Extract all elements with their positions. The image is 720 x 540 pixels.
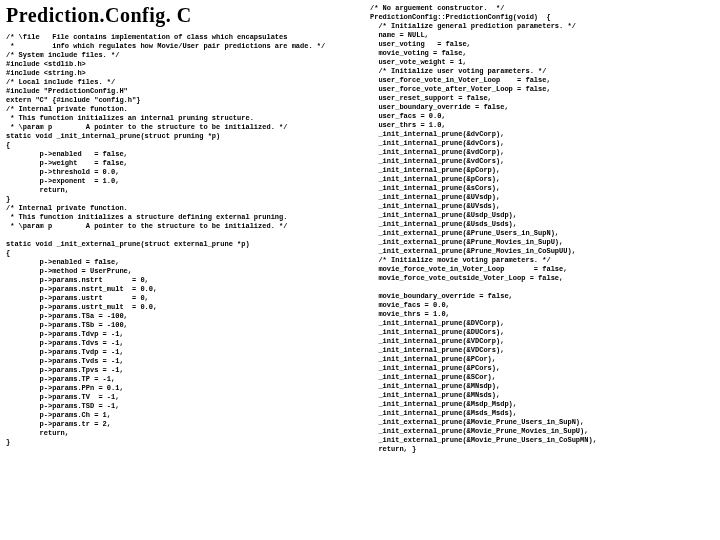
left-column: Prediction.Config. C /* \file File conta… bbox=[6, 4, 366, 536]
left-code-block: /* \file File contains implementation of… bbox=[6, 33, 366, 447]
code-slide: Prediction.Config. C /* \file File conta… bbox=[0, 0, 720, 540]
right-code-block: /* No arguement constructor. */ Predicti… bbox=[370, 4, 710, 454]
page-title: Prediction.Config. C bbox=[6, 4, 366, 27]
right-column: /* No arguement constructor. */ Predicti… bbox=[366, 4, 710, 536]
